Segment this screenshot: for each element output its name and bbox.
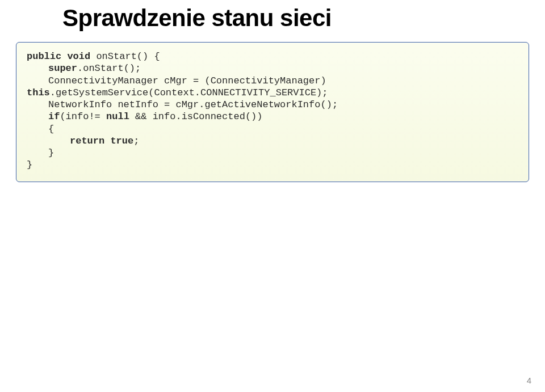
code-text: NetworkInfo netInfo = cMgr.getActiveNetw… bbox=[48, 99, 338, 110]
keyword: return true bbox=[70, 136, 133, 146]
code-text: .onStart(); bbox=[77, 63, 141, 74]
code-text: { bbox=[48, 124, 54, 134]
code-text: } bbox=[27, 159, 32, 170]
keyword: super bbox=[48, 63, 77, 74]
code-line: this.getSystemService(Context.CONNECTIVI… bbox=[27, 87, 518, 99]
page-number: 4 bbox=[527, 376, 531, 385]
code-text: (info!= bbox=[60, 111, 106, 122]
page-title: Sprawdzenie stanu sieci bbox=[0, 0, 545, 32]
code-line: super.onStart(); bbox=[27, 62, 518, 74]
code-text: && info.isConnected()) bbox=[129, 111, 263, 122]
code-block: public void onStart() { super.onStart();… bbox=[16, 42, 529, 182]
code-line: return true; bbox=[27, 135, 518, 147]
keyword: if bbox=[48, 111, 60, 122]
code-text: onStart() { bbox=[90, 51, 160, 62]
code-line: if(info!= null && info.isConnected()) bbox=[27, 111, 518, 123]
keyword: null bbox=[106, 111, 129, 122]
keyword: this bbox=[27, 87, 50, 98]
code-line: NetworkInfo netInfo = cMgr.getActiveNetw… bbox=[27, 99, 518, 111]
code-text: .getSystemService(Context.CONNECTIVITY_S… bbox=[50, 87, 328, 98]
code-line: } bbox=[27, 159, 518, 171]
code-text: ConnectivityManager cMgr = (Connectivity… bbox=[48, 75, 326, 86]
code-line: } bbox=[27, 147, 518, 159]
code-text: } bbox=[48, 147, 54, 158]
keyword: public void bbox=[27, 51, 90, 62]
code-text: ; bbox=[133, 136, 139, 146]
code-line: ConnectivityManager cMgr = (Connectivity… bbox=[27, 75, 518, 87]
code-line: { bbox=[27, 123, 518, 135]
code-line: public void onStart() { bbox=[27, 50, 518, 62]
